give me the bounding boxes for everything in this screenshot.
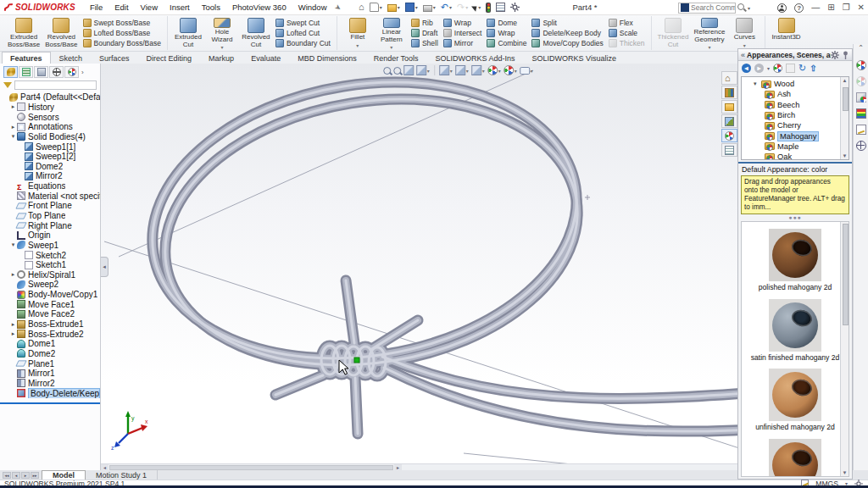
tab-markup[interactable]: Markup (200, 52, 242, 64)
feature-tree-item-sweep1[interactable]: ▾Sweep1 (2, 241, 100, 251)
dropdown-caret-icon[interactable]: ▾ (450, 68, 453, 74)
revolved-boss-button[interactable]: RevolvedBoss/Base (42, 16, 80, 50)
dropdown-caret-icon[interactable]: ▾ (220, 44, 223, 50)
gear-icon[interactable] (831, 51, 839, 59)
appearance-folder-wood[interactable]: ▾Wood (754, 79, 849, 89)
view-settings-button[interactable]: ▾ (520, 66, 533, 75)
feature-tree-item-dome1[interactable]: Dome1 (2, 339, 100, 349)
save-button[interactable]: ▾ (403, 2, 420, 13)
dropdown-caret-icon[interactable]: ▾ (433, 4, 436, 10)
panel-splitter[interactable] (738, 162, 852, 164)
tab-solidworks-add-ins[interactable]: SOLIDWORKS Add-Ins (427, 52, 524, 64)
tab-nav-first-icon[interactable]: ◂◂ (3, 472, 11, 479)
appearance-thumbnail-polished-mahogany-endgrain[interactable]: polished mahogany endgrain (742, 439, 849, 478)
thumbnails-scrollbar[interactable]: ▼ (840, 222, 849, 476)
scroll-up-icon[interactable]: ▲ (841, 78, 849, 83)
previous-view-button[interactable] (403, 65, 414, 75)
feature-tree-item-plane1[interactable]: Plane1 (2, 358, 100, 369)
menu-view[interactable]: View (135, 1, 164, 14)
feature-tree-item-mirror2[interactable]: Mirror2 (2, 171, 100, 181)
boundary-boss-base-button[interactable]: Boundary Boss/Base (83, 38, 161, 48)
feature-tree-item-front-plane[interactable]: Front Plane (2, 201, 100, 211)
feature-tree-item-body-delete-keep-1[interactable]: Body-Delete/Keep 1 (2, 388, 100, 398)
expand-caret-icon[interactable]: ▾ (9, 241, 17, 248)
back-button[interactable]: ◂ (742, 64, 751, 73)
performance-button[interactable] (483, 2, 493, 14)
user-account-icon[interactable] (777, 3, 787, 13)
feature-tree-item-sketch2[interactable]: Sketch2 (2, 250, 100, 260)
feature-tree-item-solid-bodies-4[interactable]: ▾Solid Bodies(4) (2, 132, 100, 142)
menu-window[interactable]: Window (292, 1, 333, 14)
dropdown-caret-icon[interactable]: ▾ (478, 4, 481, 10)
feature-tree-item-sweep1-2[interactable]: Sweep1[2] (2, 152, 100, 162)
feature-tree-item-helix-spiral1[interactable]: ▸Helix/Spiral1 (2, 270, 100, 280)
pin-icon[interactable]: ➤ (332, 2, 342, 13)
feature-tree-item-sweep2[interactable]: Sweep2 (2, 280, 100, 290)
tab-display-manager[interactable] (64, 66, 79, 78)
mirror-button[interactable]: Mirror (443, 38, 482, 48)
palette-stack-icon[interactable] (856, 108, 866, 119)
appearance-ball-icon[interactable] (773, 64, 782, 73)
evaluate-button[interactable] (493, 2, 508, 13)
zoom-area-button[interactable] (393, 67, 401, 75)
dropdown-caret-icon[interactable]: ▾ (398, 4, 400, 10)
tab-configuration-manager[interactable] (34, 66, 48, 78)
feature-tree-item-body-move-copy1[interactable]: Body-Move/Copy1 (2, 290, 100, 300)
tab-render-tools[interactable]: Render Tools (365, 52, 427, 64)
menu-tools[interactable]: Tools (196, 1, 226, 14)
wrap-button[interactable]: Wrap (443, 18, 482, 28)
restore-button[interactable]: ❐ (843, 1, 850, 14)
dropdown-caret-icon[interactable]: ▾ (531, 68, 533, 74)
draft-button[interactable]: Draft (411, 28, 438, 38)
tab-feature-manager[interactable] (3, 66, 18, 78)
rollback-bar[interactable] (0, 402, 100, 404)
expand-caret-icon[interactable]: ▸ (9, 271, 17, 278)
tab-direct-editing[interactable]: Direct Editing (138, 52, 201, 64)
shell-button[interactable]: Shell (411, 38, 438, 48)
menu-file[interactable]: File (84, 1, 108, 14)
dropdown-caret-icon[interactable]: ▾ (465, 4, 468, 10)
dropdown-caret-icon[interactable]: ▾ (380, 4, 382, 10)
splitter-dots[interactable]: ●●● (738, 215, 852, 220)
scene-page-icon[interactable] (786, 64, 795, 73)
expand-caret-icon[interactable]: ▸ (9, 330, 17, 337)
search-dropdown-icon[interactable]: ▾ (748, 5, 750, 11)
view-orientation-button[interactable]: ▾ (439, 65, 453, 75)
close-button[interactable]: ✕ (858, 1, 865, 14)
tab-evaluate[interactable]: Evaluate (242, 52, 289, 64)
split-button[interactable]: Split (531, 18, 603, 28)
feature-tree-item-history[interactable]: ▸History (2, 103, 100, 113)
search-icon[interactable] (737, 3, 744, 10)
doc-tab-model[interactable]: Model (42, 470, 86, 480)
search-scope-icon[interactable] (681, 3, 689, 12)
expand-caret-icon[interactable]: ▾ (754, 80, 761, 87)
more-tabs-icon[interactable]: › (81, 69, 84, 76)
appearance-folder-cherry[interactable]: Cherry (754, 120, 849, 130)
lofted-boss-base-button[interactable]: Lofted Boss/Base (83, 28, 161, 38)
task-tab-file-explorer[interactable] (721, 100, 737, 114)
minimize-button[interactable]: — (811, 1, 820, 14)
tree-scrollbar[interactable]: ▲ ▼ (840, 77, 849, 159)
scroll-down-icon[interactable]: ▼ (841, 153, 849, 158)
linear-pattern-button[interactable]: LinearPattern▾ (375, 16, 409, 50)
dropdown-caret-icon[interactable]: ▾ (449, 4, 452, 10)
feature-tree-item-annotations[interactable]: ▸Annotations (2, 122, 100, 132)
task-tab-solidworks-resources[interactable] (721, 71, 737, 85)
feature-tree-item-origin[interactable]: Origin (2, 230, 100, 241)
dropdown-caret-icon[interactable]: ▾ (515, 68, 517, 74)
tab-nav-next-icon[interactable]: ▸ (21, 472, 30, 479)
scrollbar-thumb[interactable] (843, 224, 849, 325)
expand-caret-icon[interactable]: ▸ (9, 124, 17, 130)
feature-tree-item-move-face1[interactable]: Move Face1 (2, 299, 100, 309)
menu-edit[interactable]: Edit (108, 1, 134, 14)
extruded-cut-button[interactable]: ExtrudedCut (171, 16, 205, 50)
revolved-cut-button[interactable]: RevolvedCut (239, 16, 273, 50)
hole-wizard-button[interactable]: HoleWizard▾ (205, 16, 239, 50)
pan-view-icon[interactable] (856, 141, 866, 151)
home-button[interactable]: ⌂ (356, 2, 367, 13)
boundary-cut-button[interactable]: Boundary Cut (275, 38, 331, 48)
tab-property-manager[interactable] (19, 66, 33, 78)
pin-icon[interactable] (842, 51, 849, 59)
instant3d-button[interactable]: Instant3D (769, 16, 803, 50)
section-view-button[interactable]: ▾ (416, 65, 430, 75)
